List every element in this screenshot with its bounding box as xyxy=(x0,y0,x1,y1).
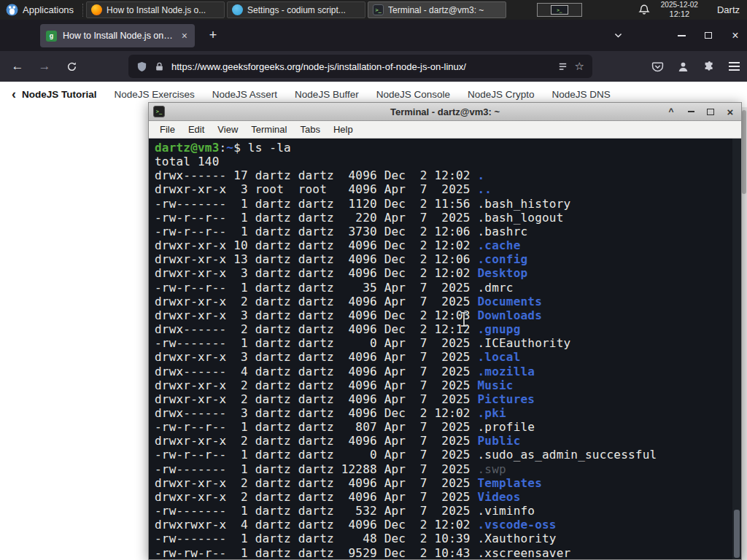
terminal-screen[interactable]: dartz@vm3:~$ ls -latotal 140drwx------ 1… xyxy=(149,139,741,559)
applications-menu-button[interactable]: Applications xyxy=(0,0,80,20)
site-nav-item[interactable]: NodeJS Tutorial xyxy=(22,89,97,100)
panel-user-label: Dartz xyxy=(717,4,740,15)
tab-title: How to Install Node.js on Linux xyxy=(63,31,174,41)
workspace-switcher[interactable]: >_ xyxy=(537,3,582,17)
terminal-line: drwxr-xr-x 2 dartz dartz 4096 Apr 7 2025… xyxy=(155,378,731,392)
terminal-menu-tabs[interactable]: Tabs xyxy=(293,124,326,135)
taskbar-window-button[interactable]: >_Terminal - dartz@vm3: ~ xyxy=(368,1,506,18)
site-nav-items: NodeJS TutorialNodeJS ExercisesNodeJS As… xyxy=(22,89,624,100)
terminal-line: drwxr-xr-x 13 dartz dartz 4096 Dec 2 12:… xyxy=(155,252,731,266)
terminal-line: drwxr-xr-x 2 dartz dartz 4096 Apr 7 2025… xyxy=(155,434,731,448)
terminal-line: drwxr-xr-x 2 dartz dartz 4096 Apr 7 2025… xyxy=(155,490,731,504)
terminal-menu-edit[interactable]: Edit xyxy=(182,124,211,135)
terminal-line: drwxrwxr-x 4 dartz dartz 4096 Dec 2 12:0… xyxy=(155,518,731,532)
reload-icon[interactable] xyxy=(60,55,83,78)
terminal-maximize-button[interactable] xyxy=(704,105,717,118)
terminal-line: drwxr-xr-x 3 dartz dartz 4096 Apr 7 2025… xyxy=(155,350,731,364)
top-panel: Applications How to Install Node.js o...… xyxy=(0,0,747,20)
terminal-window: >_ Terminal - dartz@vm3: ~ ^ × FileEditV… xyxy=(148,102,742,560)
terminal-title: Terminal - dartz@vm3: ~ xyxy=(149,106,741,117)
url-input[interactable]: https://www.geeksforgeeks.org/node-js/in… xyxy=(171,61,551,72)
site-nav-item[interactable]: NodeJS Buffer xyxy=(295,89,359,100)
terminal-output: dartz@vm3:~$ ls -latotal 140drwx------ 1… xyxy=(155,141,731,559)
terminal-line: -rw-r--r-- 1 dartz dartz 3730 Dec 2 12:0… xyxy=(155,225,731,238)
terminal-line: drwxr-xr-x 2 dartz dartz 4096 Apr 7 2025… xyxy=(155,295,731,308)
taskbar-window-title: Settings - codium script... xyxy=(247,5,360,15)
terminal-line: drwx------ 2 dartz dartz 4096 Dec 2 12:1… xyxy=(155,322,731,336)
terminal-line: -rw------- 1 dartz dartz 12288 Apr 7 202… xyxy=(155,462,731,476)
taskbar-window-title: Terminal - dartz@vm3: ~ xyxy=(388,5,501,15)
terminal-icon: >_ xyxy=(373,4,384,15)
terminal-line: dartz@vm3:~$ ls -la xyxy=(155,141,731,155)
terminal-scrollbar-thumb[interactable] xyxy=(734,510,740,558)
terminal-line: -rw-r--r-- 1 dartz dartz 35 Apr 7 2025 .… xyxy=(155,281,731,295)
terminal-line: drwxr-xr-x 10 dartz dartz 4096 Dec 2 12:… xyxy=(155,238,731,252)
terminal-scrollbar[interactable] xyxy=(732,139,741,559)
terminal-titlebar[interactable]: >_ Terminal - dartz@vm3: ~ ^ × xyxy=(149,103,741,121)
taskbar-window-button[interactable]: Settings - codium script... xyxy=(227,1,365,18)
window-close-button[interactable]: × xyxy=(729,29,741,42)
terminal-line: drwxr-xr-x 2 dartz dartz 4096 Apr 7 2025… xyxy=(155,476,731,490)
bookmark-star-icon[interactable]: ☆ xyxy=(575,60,584,73)
terminal-line: drwxr-xr-x 3 root root 4096 Apr 7 2025 .… xyxy=(155,182,731,196)
tab-close-icon[interactable]: × xyxy=(180,30,189,42)
browser-scrollbar-thumb[interactable] xyxy=(742,110,746,194)
new-tab-button[interactable]: + xyxy=(205,28,221,43)
terminal-line: -rw------- 1 dartz dartz 1120 Dec 2 11:5… xyxy=(155,197,731,211)
terminal-line: drwxr-xr-x 3 dartz dartz 4096 Dec 2 12:0… xyxy=(155,308,731,322)
terminal-minimize-button[interactable] xyxy=(684,105,697,118)
account-icon[interactable] xyxy=(676,61,690,73)
terminal-shade-button[interactable]: ^ xyxy=(665,105,678,118)
workspace-window-thumbnail: >_ xyxy=(551,5,568,15)
terminal-menu-view[interactable]: View xyxy=(211,124,244,135)
window-minimize-button[interactable] xyxy=(676,35,687,36)
browser-tabbar: g How to Install Node.js on Linux × + × xyxy=(0,20,747,51)
tracking-protection-shield-icon[interactable] xyxy=(136,61,147,72)
url-bar[interactable]: https://www.geeksforgeeks.org/node-js/in… xyxy=(128,55,592,78)
taskbar-window-title: How to Install Node.js o... xyxy=(107,5,220,15)
panel-clock[interactable]: 2025-12-02 12:12 xyxy=(661,1,698,18)
site-nav-item[interactable]: NodeJS Assert xyxy=(212,89,277,100)
browser-toolbar: ← → https://www.geeksforgeeks.org/node-j… xyxy=(0,51,747,82)
padlock-icon[interactable] xyxy=(154,61,165,72)
terminal-close-button[interactable]: × xyxy=(724,105,737,118)
geeksforgeeks-favicon: g xyxy=(46,31,57,42)
firefox-icon xyxy=(91,4,102,15)
taskbar-window-button[interactable]: How to Install Node.js o... xyxy=(86,1,225,18)
applications-icon xyxy=(6,4,18,16)
terminal-menubar: FileEditViewTerminalTabsHelp xyxy=(149,121,741,139)
clock-time: 12:12 xyxy=(661,9,698,19)
terminal-menu-file[interactable]: File xyxy=(153,124,182,135)
window-restore-button[interactable] xyxy=(703,32,714,39)
browser-tab[interactable]: g How to Install Node.js on Linux × xyxy=(40,24,195,47)
terminal-line: drwx------ 3 dartz dartz 4096 Dec 2 12:0… xyxy=(155,406,731,420)
terminal-line: -rw-r--r-- 1 dartz dartz 807 Apr 7 2025 … xyxy=(155,420,731,434)
terminal-menu-terminal[interactable]: Terminal xyxy=(244,124,293,135)
nav-scroll-left-icon[interactable]: ‹ xyxy=(12,87,16,102)
clock-date: 2025-12-02 xyxy=(661,1,698,9)
notifications-bell-icon[interactable] xyxy=(638,4,651,17)
terminal-line: total 140 xyxy=(155,155,731,168)
terminal-line: -rw------- 1 dartz dartz 532 Apr 7 2025 … xyxy=(155,504,731,518)
menu-hamburger-icon[interactable] xyxy=(727,62,741,70)
pocket-icon[interactable] xyxy=(650,61,665,73)
list-all-tabs-icon[interactable] xyxy=(612,31,624,40)
site-nav-item[interactable]: NodeJS DNS xyxy=(552,89,611,100)
codium-icon xyxy=(232,4,243,15)
terminal-line: drwxr-xr-x 2 dartz dartz 4096 Apr 7 2025… xyxy=(155,392,731,406)
site-nav-item[interactable]: NodeJS Crypto xyxy=(468,89,535,100)
extensions-puzzle-icon[interactable] xyxy=(701,61,716,73)
forward-button: → xyxy=(33,55,56,78)
back-button[interactable]: ← xyxy=(6,55,29,78)
terminal-line: -rw-r--r-- 1 dartz dartz 220 Apr 7 2025 … xyxy=(155,211,731,225)
terminal-line: -rw-r--r-- 1 dartz dartz 0 Apr 7 2025 .s… xyxy=(155,448,731,462)
site-nav-item[interactable]: NodeJS Console xyxy=(376,89,450,100)
terminal-line: drwxr-xr-x 3 dartz dartz 4096 Dec 2 12:0… xyxy=(155,266,731,280)
browser-scrollbar[interactable] xyxy=(741,107,747,560)
terminal-menu-help[interactable]: Help xyxy=(327,124,360,135)
taskbar: How to Install Node.js o...Settings - co… xyxy=(86,0,508,20)
reader-mode-icon[interactable] xyxy=(557,61,568,72)
site-nav-item[interactable]: NodeJS Exercises xyxy=(115,89,195,100)
terminal-line: -rw------- 1 dartz dartz 0 Apr 7 2025 .I… xyxy=(155,336,731,350)
applications-label: Applications xyxy=(23,4,74,15)
